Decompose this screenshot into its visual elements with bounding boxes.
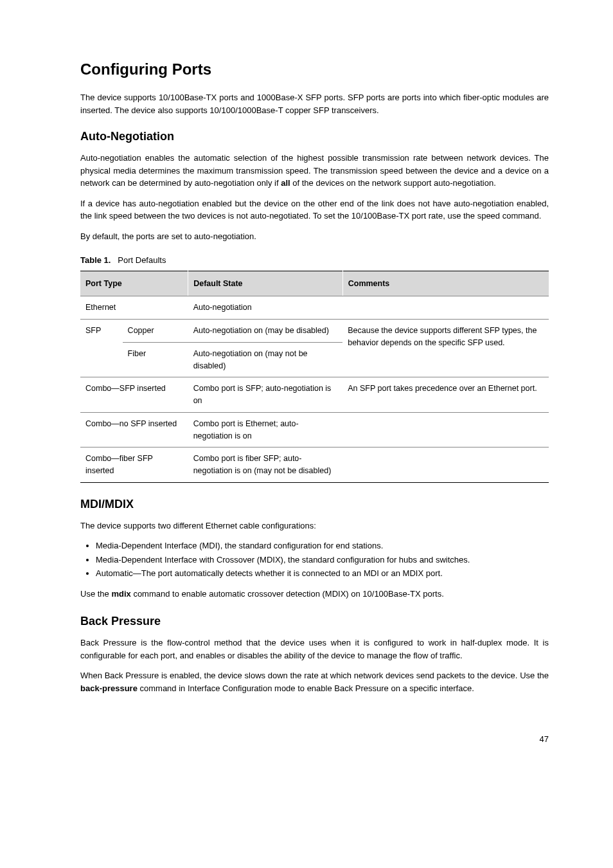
table-header-default-state: Default State [188, 271, 343, 296]
cell-default-state: Auto-negotiation on (may not be disabled… [188, 342, 343, 377]
cell-comments [342, 296, 549, 320]
section-heading-auto-negotiation: Auto-Negotiation [80, 128, 549, 145]
mdix-p2-prefix: Use the [80, 589, 111, 599]
cell-group: SFP [80, 320, 123, 377]
table-caption: Table 1. Port Defaults [80, 254, 549, 267]
bp-paragraph-2: When Back Pressure is enabled, the devic… [80, 669, 549, 694]
bp-p2-prefix: When Back Pressure is enabled, the devic… [80, 671, 549, 680]
table-row: Ethernet Auto-negotiation [80, 296, 549, 320]
cell-port-type: Combo—SFP inserted [80, 377, 188, 413]
cell-comments: An SFP port takes precedence over an Eth… [342, 377, 549, 413]
list-item: Automatic—The port automatically detects… [96, 567, 549, 580]
mdix-p2-suffix: command to enable automatic crossover de… [131, 589, 444, 599]
port-defaults-table: Port Type Default State Comments Etherne… [80, 271, 549, 483]
table-caption-text: Port Defaults [118, 255, 166, 265]
page-number: 47 [80, 733, 549, 746]
bp-paragraph-1: Back Pressure is the flow-control method… [80, 637, 549, 662]
cell-default-state: Combo port is Ethernet; auto-negotiation… [188, 412, 343, 448]
intro-paragraph: The device supports 10/100Base-TX ports … [80, 91, 549, 116]
page-title: Configuring Ports [80, 58, 549, 81]
list-item: Media-Dependent Interface with Crossover… [96, 554, 549, 566]
auto-neg-paragraph-3: By default, the ports are set to auto-ne… [80, 230, 549, 243]
cell-port-type: Combo—no SFP inserted [80, 412, 188, 448]
cell-default-state: Combo port is SFP; auto-negotiation is o… [188, 377, 343, 413]
table-row: Combo—no SFP inserted Combo port is Ethe… [80, 412, 549, 448]
cell-comments: Because the device supports different SF… [342, 320, 549, 377]
auto-neg-p1-emphasis: all [281, 178, 290, 188]
table-header-comments: Comments [342, 271, 549, 296]
cell-comments [342, 448, 549, 483]
table-row: SFP Copper Auto-negotiation on (may be d… [80, 320, 549, 343]
table-header-row: Port Type Default State Comments [80, 271, 549, 296]
auto-neg-paragraph-2: If a device has auto-negotiation enabled… [80, 197, 549, 222]
cell-port-type: Ethernet [80, 296, 188, 320]
mdix-bullet-list: Media-Dependent Interface (MDI), the sta… [96, 539, 549, 580]
mdix-command: mdix [111, 589, 130, 599]
table-row: Combo—SFP inserted Combo port is SFP; au… [80, 377, 549, 413]
table-header-port-type: Port Type [80, 271, 188, 296]
cell-port-type: Combo—fiber SFP inserted [80, 448, 188, 483]
section-heading-back-pressure: Back Pressure [80, 613, 549, 630]
bp-command: back-pressure [80, 683, 138, 693]
cell-default-state: Auto-negotiation on (may be disabled) [188, 320, 343, 343]
auto-neg-p1-suffix: of the devices on the network support au… [290, 178, 496, 188]
table-row: Combo—fiber SFP inserted Combo port is f… [80, 448, 549, 483]
cell-subtype: Fiber [123, 342, 188, 377]
list-item: Media-Dependent Interface (MDI), the sta… [96, 539, 549, 552]
mdix-paragraph-2: Use the mdix command to enable automatic… [80, 588, 549, 601]
cell-comments [342, 412, 549, 448]
cell-default-state: Auto-negotiation [188, 296, 343, 320]
section-heading-mdix: MDI/MDIX [80, 496, 549, 513]
bp-p2-suffix: command in Interface Configuration mode … [138, 683, 474, 693]
cell-default-state: Combo port is fiber SFP; auto-negotiatio… [188, 448, 343, 483]
cell-subtype: Copper [123, 320, 188, 343]
table-caption-prefix: Table 1. [80, 255, 111, 265]
auto-neg-paragraph-1: Auto-negotiation enables the automatic s… [80, 152, 549, 190]
mdix-intro: The device supports two different Ethern… [80, 520, 549, 532]
